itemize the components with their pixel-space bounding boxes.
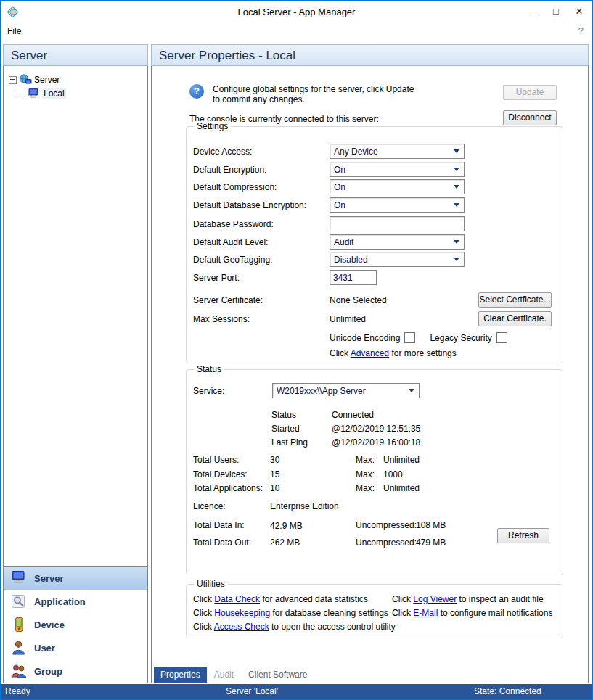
housekeeping-line: Click Housekeeping for database cleaning… (193, 608, 388, 618)
default-geotagging-value: Disabled (334, 255, 368, 265)
menubar: File ? (1, 22, 592, 41)
disconnect-button[interactable]: Disconnect (503, 110, 557, 125)
tree-item-local-label: Local (42, 88, 66, 99)
collapse-icon[interactable] (9, 76, 17, 84)
tree-connector (17, 86, 25, 96)
data-check-link[interactable]: Data Check (214, 594, 260, 604)
access-check-pre: Click (193, 622, 214, 632)
default-encryption-select[interactable]: On (330, 162, 465, 177)
close-button[interactable]: ✕ (568, 1, 591, 22)
unicode-encoding-label: Unicode Encoding (330, 333, 400, 343)
sidebar-item-group-label: Group (34, 666, 62, 677)
licence-value: Enterprise Edition (270, 501, 339, 511)
log-viewer-pre: Click (392, 594, 413, 604)
intro-line2: to commit any changes. (213, 94, 305, 104)
uncompressed-in-value: 108 MB (416, 520, 446, 530)
tab-client-software[interactable]: Client Software (242, 667, 314, 683)
sidebar-item-server-label: Server (34, 573, 63, 584)
chevron-down-icon (454, 203, 459, 207)
tree-item-server[interactable]: Server (9, 74, 60, 86)
log-viewer-link[interactable]: Log Viewer (413, 594, 457, 604)
select-certificate-button[interactable]: Select Certficate... (478, 292, 552, 308)
total-devices-value: 15 (270, 469, 279, 479)
tab-strip: Properties Audit Client Software (152, 666, 588, 683)
statusbar-server: Server 'Local' (226, 686, 278, 696)
total-data-out-value: 262 MB (270, 538, 300, 548)
access-check-post: to open the access control utility (269, 622, 396, 632)
data-check-pre: Click (193, 594, 214, 604)
default-audit-level-select[interactable]: Audit (330, 234, 465, 250)
device-access-select[interactable]: Any Device (330, 144, 465, 159)
refresh-button[interactable]: Refresh (497, 528, 549, 543)
main-content: ? Configure global settings for the serv… (152, 67, 588, 666)
server-port-field[interactable] (330, 270, 377, 285)
housekeeping-link[interactable]: Housekeeping (214, 608, 270, 618)
legacy-security-checkbox[interactable] (496, 332, 507, 343)
status-info-label: Status (271, 410, 296, 420)
server-port-label: Server Port: (193, 273, 240, 283)
main-panel: Server Properties - Local ? Configure gl… (151, 44, 589, 683)
advanced-pre: Click (330, 348, 351, 358)
sidebar-item-application-label: Application (34, 596, 86, 607)
tab-properties[interactable]: Properties (154, 667, 207, 683)
email-link[interactable]: E-Mail (413, 608, 438, 618)
sidebar-item-application[interactable]: Application (4, 590, 147, 613)
default-geotagging-label: Default GeoTagging: (193, 255, 272, 265)
status-group: Status Service: W2019xxx\\App Server Sta… (186, 369, 563, 575)
total-data-out-label: Total Data Out: (193, 538, 251, 548)
default-audit-level-label: Default Audit Level: (193, 237, 268, 247)
intro-line1: Configure global settings for the server… (213, 84, 414, 94)
statusbar: Ready Server 'Local' State: Connected (1, 684, 592, 699)
tree-item-local[interactable]: Local (14, 86, 66, 102)
sidebar-item-server[interactable]: Server (4, 567, 147, 590)
total-devices-label: Total Devices: (193, 469, 248, 479)
default-compression-select[interactable]: On (330, 179, 465, 194)
total-applications-value: 10 (270, 483, 279, 493)
chevron-down-icon (454, 168, 459, 171)
window-controls: – □ ✕ (521, 1, 591, 22)
chevron-down-icon (454, 240, 459, 244)
user-icon (10, 640, 28, 656)
sidebar-item-device-label: Device (34, 619, 65, 630)
tab-audit[interactable]: Audit (208, 667, 240, 683)
titlebar: Local Server - App Manager – □ ✕ (1, 1, 592, 22)
server-certificate-label: Server Certificate: (193, 295, 263, 305)
default-db-encryption-label: Default Database Encryption: (193, 200, 306, 210)
sidebar-item-user[interactable]: User (4, 636, 147, 659)
file-menu[interactable]: File (7, 26, 21, 36)
help-menu-icon[interactable]: ? (578, 25, 584, 36)
tree-item-server-label: Server (34, 75, 60, 85)
housekeeping-post: for database cleaning settings (270, 608, 388, 618)
sidebar-item-group[interactable]: Group (4, 659, 147, 683)
uncompressed-out-value: 479 MB (416, 538, 446, 548)
total-applications-label: Total Applications: (193, 483, 263, 493)
maximize-button[interactable]: □ (544, 1, 568, 22)
access-check-link[interactable]: Access Check (214, 622, 269, 632)
last-ping-label: Last Ping (271, 437, 308, 448)
max-applications-value: Unlimited (383, 483, 420, 493)
unicode-encoding-checkbox[interactable] (404, 332, 415, 343)
advanced-link[interactable]: Advanced (351, 348, 389, 358)
chevron-down-icon (454, 258, 459, 261)
default-geotagging-select[interactable]: Disabled (330, 252, 465, 267)
app-window: Local Server - App Manager – □ ✕ File ? … (0, 0, 593, 700)
advanced-post: for more settings (389, 348, 457, 358)
default-db-encryption-select[interactable]: On (330, 197, 465, 213)
status-legend: Status (194, 364, 224, 374)
database-password-field[interactable] (330, 216, 465, 231)
update-button[interactable]: Update (503, 85, 557, 100)
default-compression-label: Default Compression: (193, 182, 277, 192)
legacy-security-label: Legacy Security (430, 333, 491, 343)
settings-legend: Settings (194, 121, 231, 131)
sidebar-nav: Server Application (4, 566, 147, 683)
sidebar-item-device[interactable]: Device (4, 613, 147, 636)
minimize-button[interactable]: – (521, 1, 544, 22)
group-icon (10, 663, 28, 679)
access-check-line: Click Access Check to open the access co… (193, 622, 396, 632)
log-viewer-post: to inspect an audit file (457, 594, 543, 604)
window-title: Local Server - App Manager (1, 7, 592, 17)
last-ping-value: @12/02/2019 16:00:18 (332, 437, 420, 448)
clear-certificate-button[interactable]: Clear Certficate. (478, 311, 552, 326)
email-post: to configure mail notifications (438, 608, 552, 618)
service-select[interactable]: W2019xxx\\App Server (272, 383, 420, 398)
